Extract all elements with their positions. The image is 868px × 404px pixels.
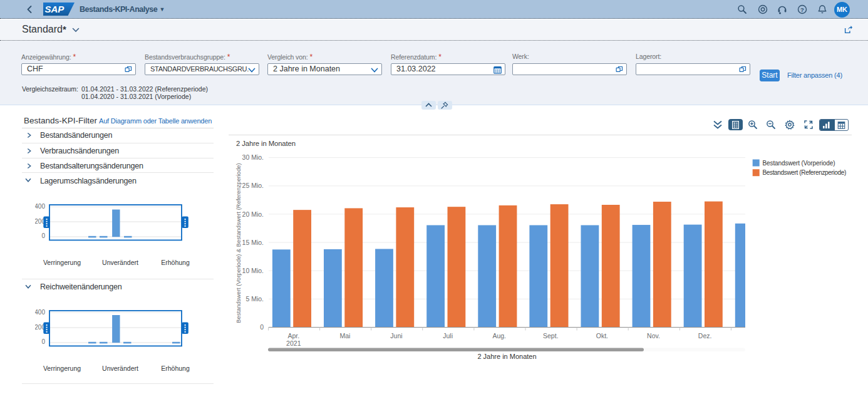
- svg-text:Bestandswert (Vorperiode) & Be: Bestandswert (Vorperiode) & Bestandswert…: [235, 163, 242, 323]
- svg-text:30 Mio.: 30 Mio.: [242, 153, 264, 161]
- svg-text:Nov.: Nov.: [647, 332, 660, 339]
- svg-text:Apr.: Apr.: [287, 332, 299, 339]
- svg-text:20 Mio.: 20 Mio.: [242, 210, 264, 218]
- svg-text:Okt.: Okt.: [596, 332, 608, 339]
- svg-text:Sept.: Sept.: [543, 332, 559, 339]
- svg-text:5 Mio.: 5 Mio.: [245, 295, 264, 303]
- svg-text:400: 400: [35, 309, 45, 316]
- svg-text:?: ?: [800, 6, 804, 13]
- svg-text:0: 0: [260, 323, 264, 331]
- svg-text:SAP: SAP: [45, 4, 65, 14]
- svg-text:Juni: Juni: [390, 332, 402, 339]
- svg-text:Aug.: Aug.: [492, 332, 506, 339]
- svg-text:2 Jahre in Monaten: 2 Jahre in Monaten: [236, 140, 296, 147]
- svg-text:0: 0: [41, 232, 45, 239]
- svg-text:2021: 2021: [286, 339, 301, 347]
- svg-text:0: 0: [41, 338, 45, 345]
- svg-text:Mai: Mai: [339, 332, 350, 339]
- svg-text:2 Jahre in Monaten: 2 Jahre in Monaten: [477, 353, 536, 360]
- svg-text:Bestandswert (Vorperiode): Bestandswert (Vorperiode): [763, 160, 835, 167]
- svg-text:Bestandswert (Referenzperiode): Bestandswert (Referenzperiode): [763, 169, 846, 176]
- svg-text:15 Mio.: 15 Mio.: [242, 239, 264, 246]
- svg-text:10 Mio.: 10 Mio.: [242, 267, 264, 274]
- svg-text:Dez.: Dez.: [698, 332, 712, 339]
- svg-text:25 Mio.: 25 Mio.: [242, 182, 264, 189]
- svg-text:400: 400: [35, 203, 45, 210]
- svg-text:Juli: Juli: [443, 332, 453, 339]
